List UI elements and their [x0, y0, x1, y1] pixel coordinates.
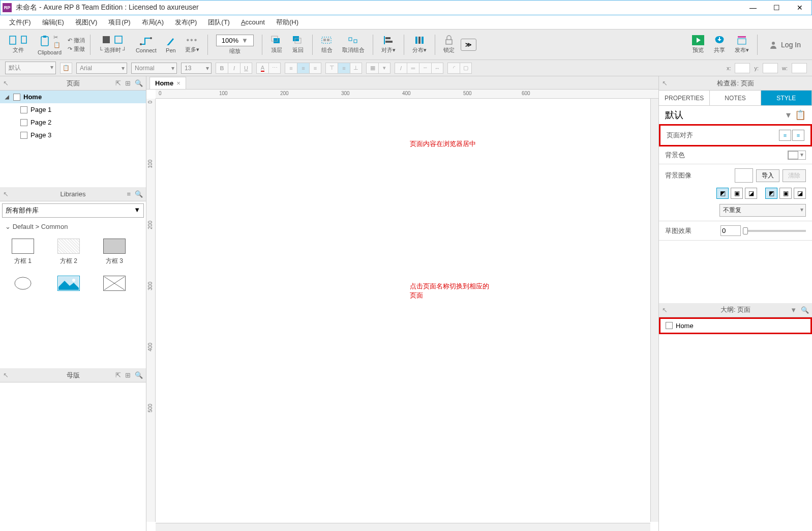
filter-icon[interactable]: ▼ — [790, 306, 797, 314]
minimize-button[interactable]: — — [741, 1, 765, 15]
scrollbar-vertical[interactable] — [650, 99, 658, 522]
menu-account[interactable]: Account — [237, 17, 269, 27]
expand-icon[interactable]: ◢ — [5, 94, 10, 100]
tool-lock[interactable]: 锁定 — [440, 34, 458, 55]
font-select[interactable]: Arial — [76, 63, 127, 74]
page-align-left[interactable]: ≡ — [779, 130, 791, 141]
tool-connect[interactable]: Connect — [133, 35, 160, 54]
pos-tc[interactable]: ▣ — [731, 188, 743, 199]
maximize-button[interactable]: ☐ — [765, 1, 788, 15]
tool-align[interactable]: 对齐▾ — [378, 34, 399, 55]
tool-select-mode[interactable]: └ 选择时 ┘ — [96, 34, 130, 55]
tool-preview[interactable]: 预览 — [689, 34, 707, 55]
search-icon[interactable]: 🔍 — [135, 79, 143, 87]
tool-distribute[interactable]: 分布▾ — [409, 34, 430, 55]
tab-style[interactable]: STYLE — [761, 91, 812, 105]
pos-mr[interactable]: ◪ — [794, 188, 806, 199]
valign-top-button[interactable]: ⊤ — [325, 63, 338, 74]
pos-tr[interactable]: ◪ — [745, 188, 757, 199]
tab-notes[interactable]: NOTES — [710, 91, 761, 105]
text-color-button[interactable]: A — [256, 63, 268, 74]
search-icon[interactable]: 🔍 — [135, 371, 143, 379]
tool-file-group[interactable]: 文件 — [5, 34, 32, 55]
collapse-icon[interactable]: ↖ — [3, 190, 9, 198]
paste-style-icon[interactable]: 📋 — [795, 109, 806, 121]
tree-item-page3[interactable]: Page 3 — [0, 129, 146, 141]
menu-publish[interactable]: 发布(P) — [171, 16, 201, 28]
align-center-button[interactable]: ≡ — [297, 63, 309, 74]
menu-view[interactable]: 视图(V) — [71, 16, 101, 28]
pos-mc[interactable]: ▣ — [779, 188, 792, 199]
more-text-button[interactable]: ⋯ — [268, 63, 281, 74]
apply-style-icon[interactable]: 📋 — [60, 63, 72, 74]
corner-button[interactable]: ◜ — [447, 63, 460, 74]
pos-ml[interactable]: ◩ — [765, 188, 777, 199]
widget-image[interactable] — [51, 276, 86, 291]
tool-group-btn[interactable]: 组合 — [318, 34, 336, 55]
library-path[interactable]: ⌄ Default > Common — [0, 220, 146, 233]
widget-ellipse[interactable] — [5, 276, 41, 291]
add-master-icon[interactable]: ⊞ — [125, 371, 131, 379]
add-page-icon[interactable]: ⊞ — [125, 79, 131, 87]
import-button[interactable]: 导入 — [756, 169, 779, 182]
menu-project[interactable]: 项目(P) — [104, 16, 134, 28]
ruler-vertical[interactable]: 0 100 200 300 400 500 — [146, 99, 156, 522]
widget-box1[interactable]: 方框 1 — [5, 239, 41, 266]
bgcolor-swatch[interactable] — [788, 151, 798, 159]
y-input[interactable] — [763, 63, 778, 73]
pos-tl[interactable]: ◩ — [716, 188, 729, 199]
tree-item-page1[interactable]: Page 1 — [0, 103, 146, 116]
ruler-horizontal[interactable]: 0 100 200 300 400 500 600 — [156, 90, 658, 99]
tool-clipboard-group[interactable]: ✂📋 Clipboard — [35, 33, 65, 56]
tool-zoom[interactable]: 100% ▼ 缩放 — [213, 34, 257, 56]
menu-edit[interactable]: 编辑(E) — [38, 16, 68, 28]
menu-team[interactable]: 团队(T) — [204, 16, 234, 28]
fill-button[interactable]: ▦ — [366, 63, 378, 74]
sketch-slider[interactable] — [745, 230, 806, 232]
underline-button[interactable]: U — [240, 63, 252, 74]
redo-button[interactable]: ↷ 重做 — [68, 45, 85, 53]
collapse-icon[interactable]: ↖ — [3, 371, 9, 379]
tool-ungroup[interactable]: 取消组合 — [339, 34, 368, 55]
close-button[interactable]: ✕ — [788, 1, 811, 15]
close-icon[interactable]: × — [176, 79, 181, 87]
line-button[interactable]: / — [395, 63, 407, 74]
border-button[interactable]: ▢ — [460, 63, 472, 74]
tool-front[interactable]: 顶层 — [267, 34, 286, 55]
align-right-button[interactable]: ≡ — [309, 63, 321, 74]
tree-item-page2[interactable]: Page 2 — [0, 116, 146, 129]
repeat-select[interactable]: 不重复 — [719, 204, 806, 217]
add-folder-icon[interactable]: ⇱ — [115, 371, 121, 379]
bold-button[interactable]: B — [216, 63, 228, 74]
toolbar-overflow[interactable]: ≫ — [461, 39, 476, 51]
search-icon[interactable]: 🔍 — [801, 306, 809, 314]
library-selector[interactable]: 所有部件库▼ — [2, 203, 144, 218]
widget-box3[interactable]: 方框 3 — [97, 239, 132, 266]
x-input[interactable] — [735, 63, 750, 73]
menu-arrange[interactable]: 布局(A) — [138, 16, 168, 28]
widget-placeholder[interactable] — [97, 276, 132, 291]
line-style-button[interactable]: ┄ — [419, 63, 431, 74]
bgimage-preview[interactable] — [735, 168, 753, 183]
login-button[interactable]: Log In — [763, 37, 807, 52]
widget-box2[interactable]: 方框 2 — [51, 239, 86, 266]
valign-middle-button[interactable]: ≡ — [338, 63, 350, 74]
valign-bottom-button[interactable]: ⊥ — [350, 63, 362, 74]
tab-properties[interactable]: PROPERTIES — [659, 91, 710, 105]
style-select[interactable]: 默认 — [5, 62, 56, 74]
weight-select[interactable]: Normal — [131, 63, 177, 74]
size-select[interactable]: 13 — [181, 63, 212, 74]
canvas-tab-home[interactable]: Home × — [149, 77, 186, 89]
menu-help[interactable]: 帮助(H) — [272, 16, 303, 28]
w-input[interactable] — [792, 63, 807, 73]
style-dropdown-icon[interactable]: ▾ — [786, 109, 791, 121]
fill-dropdown[interactable]: ▾ — [378, 63, 390, 74]
collapse-icon[interactable]: ↖ — [662, 79, 668, 87]
sketch-value-input[interactable] — [720, 225, 741, 236]
tree-item-home[interactable]: ◢ Home — [0, 91, 146, 103]
outline-item-home[interactable]: Home — [659, 317, 812, 334]
scrollbar-horizontal[interactable] — [156, 523, 650, 531]
italic-button[interactable]: I — [228, 63, 240, 74]
canvas[interactable]: 页面内容在浏览器居中 点击页面名称切换到相应的页面 — [156, 99, 658, 531]
tool-share[interactable]: 共享 — [710, 34, 729, 55]
